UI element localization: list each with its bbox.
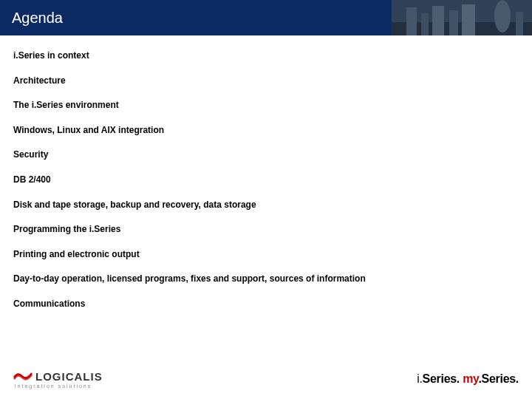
slide-body: i.Series in context Architecture The i.S… <box>0 35 532 399</box>
agenda-item: Communications <box>13 299 519 310</box>
agenda-item: Architecture <box>13 75 519 87</box>
agenda-item: Security <box>13 149 519 161</box>
slide: Agenda i.Series in context Architecture … <box>0 0 532 399</box>
agenda-item: Windows, Linux and AIX integration <box>13 125 519 137</box>
agenda-item: i.Series in context <box>13 50 519 62</box>
slide-title: Agenda <box>12 10 63 27</box>
header-skyline-image <box>392 0 532 35</box>
agenda-item: The i.Series environment <box>13 100 519 112</box>
series-text-1: Series. <box>423 372 463 385</box>
agenda-item: Disk and tape storage, backup and recove… <box>13 200 519 211</box>
svg-rect-9 <box>392 0 532 35</box>
series-my-prefix: my <box>463 372 478 385</box>
slide-footer: LOGICALIS integration solutions i.Series… <box>0 366 532 399</box>
series-text-2: .Series. <box>478 372 519 385</box>
series-i-prefix: i. <box>417 372 422 385</box>
agenda-item: Printing and electronic output <box>13 249 519 261</box>
logicalis-logo: LOGICALIS integration solutions <box>13 370 103 389</box>
skyline-icon <box>392 0 532 35</box>
agenda-item: Programming the i.Series <box>13 224 519 236</box>
slide-header: Agenda <box>0 0 532 35</box>
brand-tagline: integration solutions <box>15 383 103 389</box>
wave-icon <box>13 370 33 383</box>
series-logo: i.Series. my.Series. <box>417 372 519 386</box>
agenda-item: Day-to-day operation, licensed programs,… <box>13 273 519 285</box>
brand-name: LOGICALIS <box>35 370 103 383</box>
agenda-item: DB 2/400 <box>13 174 519 186</box>
